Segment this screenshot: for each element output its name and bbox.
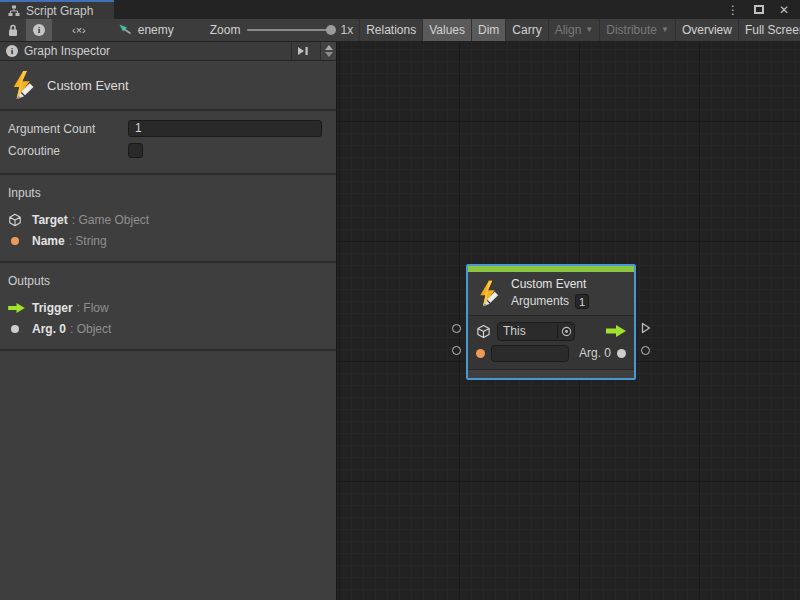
align-dropdown[interactable]: Align ▼ <box>548 19 600 41</box>
inputs-header: Inputs <box>8 186 328 200</box>
flow-arrow-icon <box>8 303 25 313</box>
script-graph-icon <box>8 5 20 17</box>
input-port-target: Target : Game Object <box>8 209 328 230</box>
dim-button[interactable]: Dim <box>471 19 505 41</box>
lock-icon <box>7 23 19 37</box>
object-picker-icon[interactable] <box>561 326 572 337</box>
cube-icon <box>476 324 491 339</box>
graph-canvas[interactable]: Custom Event Arguments 1 This <box>337 42 800 600</box>
coroutine-label: Coroutine <box>8 144 128 158</box>
distribute-dropdown[interactable]: Distribute ▼ <box>599 19 675 41</box>
argument-count-row: Argument Count 1 <box>8 119 322 138</box>
relations-button[interactable]: Relations <box>359 19 422 41</box>
output-port-trigger: Trigger : Flow <box>8 297 328 318</box>
input-port-name: Name : String <box>8 230 328 251</box>
node-footer <box>468 369 634 378</box>
coroutine-checkbox[interactable] <box>128 143 143 158</box>
info-icon: i <box>6 45 18 57</box>
graph-name: enemy <box>138 23 174 37</box>
name-input-field[interactable] <box>491 345 569 362</box>
arg0-label: Arg. 0 <box>579 346 611 360</box>
lock-button[interactable] <box>0 19 26 41</box>
graph-inspector-panel: i Graph Inspector Custom Event Argument … <box>0 42 337 600</box>
maximize-inspector-button[interactable] <box>291 42 314 60</box>
scroll-down-icon[interactable] <box>325 52 333 57</box>
outputs-header: Outputs <box>8 274 328 288</box>
zoom-value: 1x <box>340 23 353 37</box>
inspector-scroll-spinner[interactable] <box>320 42 336 60</box>
zoom-slider-knob[interactable] <box>326 25 336 35</box>
overview-button[interactable]: Overview <box>675 19 738 41</box>
node-arg0-row: Arg. 0 <box>468 342 634 364</box>
zoom-slider[interactable] <box>247 29 333 31</box>
output-port-arg0: Arg. 0 : Object <box>8 318 328 339</box>
argument-count-label: Argument Count <box>8 122 128 136</box>
custom-event-icon <box>10 70 40 100</box>
tab-script-graph[interactable]: Script Graph <box>0 0 114 19</box>
node-target-row: This <box>468 320 634 342</box>
code-icon: ‹×› <box>59 24 99 36</box>
node-body: This Arg. 0 <box>468 316 634 369</box>
cube-icon <box>8 213 22 227</box>
zoom-label: Zoom <box>210 23 241 37</box>
graph-inspector-header: i Graph Inspector <box>0 42 336 61</box>
inspect-toggle-button[interactable]: i <box>26 19 52 41</box>
graph-toolbar: i ‹×› enemy Zoom 1x Relations Values <box>0 19 800 42</box>
graph-inspector-title: Graph Inspector <box>24 44 285 58</box>
unit-title-block: Custom Event <box>0 61 336 111</box>
overflow-menu-icon[interactable]: ⋮ <box>727 3 739 17</box>
node-title: Custom Event <box>511 277 589 292</box>
window-controls: ⋮ ✕ <box>727 0 800 19</box>
chevron-down-icon: ▼ <box>661 26 669 34</box>
toolbar-button-group: Relations Values Dim Carry Align ▼ Distr… <box>359 19 800 41</box>
script-graph-window: Script Graph ⋮ ✕ i ‹×› enemy Zoom 1x <box>0 0 800 600</box>
string-port-icon <box>11 237 19 245</box>
maximize-icon[interactable] <box>754 5 764 14</box>
coroutine-row: Coroutine <box>8 141 322 160</box>
input-port-connector[interactable] <box>452 346 461 355</box>
unit-title: Custom Event <box>47 78 129 93</box>
node-arguments-value[interactable]: 1 <box>575 294 589 309</box>
custom-event-icon <box>477 280 504 307</box>
scroll-up-icon[interactable] <box>325 45 333 50</box>
unit-fields: Argument Count 1 Coroutine <box>0 111 336 175</box>
values-button[interactable]: Values <box>422 19 471 41</box>
code-preview-button[interactable]: ‹×› <box>52 19 106 41</box>
graph-reference[interactable]: enemy <box>106 23 186 37</box>
inputs-section: Inputs Target : Game Object Name : Strin… <box>0 175 336 263</box>
chevron-down-icon: ▼ <box>585 26 593 34</box>
flow-arrow-icon <box>606 325 626 337</box>
dock-right-icon <box>297 46 309 56</box>
object-port-icon <box>11 325 19 333</box>
argument-count-input[interactable]: 1 <box>128 120 322 137</box>
flow-output-connector[interactable] <box>641 322 651 334</box>
zoom-control: Zoom 1x <box>210 23 359 37</box>
node-arguments-label: Arguments <box>511 294 569 309</box>
tab-bar: Script Graph ⋮ ✕ <box>0 0 800 19</box>
output-port-connector[interactable] <box>641 346 650 355</box>
input-port-connector[interactable] <box>452 324 461 333</box>
object-port-icon <box>617 349 626 358</box>
full-screen-button[interactable]: Full Screen <box>738 19 800 41</box>
custom-event-node[interactable]: Custom Event Arguments 1 This <box>466 264 636 380</box>
target-object-select[interactable]: This <box>497 322 575 341</box>
node-header[interactable]: Custom Event Arguments 1 <box>468 272 634 316</box>
string-port-icon <box>476 349 485 358</box>
info-icon: i <box>33 24 45 36</box>
carry-button[interactable]: Carry <box>505 19 547 41</box>
tab-title: Script Graph <box>26 4 93 18</box>
close-icon[interactable]: ✕ <box>779 3 789 17</box>
outputs-section: Outputs Trigger : Flow Arg. 0 : Object <box>0 263 336 351</box>
graph-ref-icon <box>118 23 132 37</box>
